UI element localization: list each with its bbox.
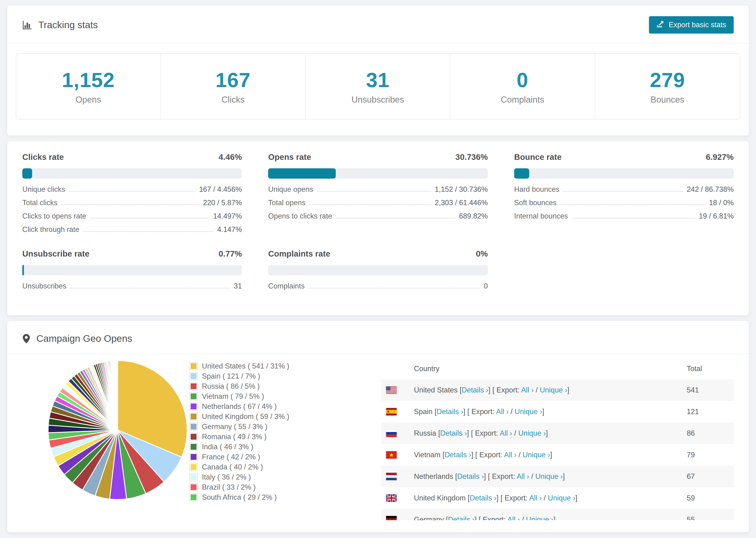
legend-label: France ( 42 / 2% )	[202, 453, 260, 461]
rate-metric-row: Total opens 2,303 / 61.446%	[268, 198, 488, 212]
legend-swatch	[189, 453, 198, 461]
export-all-link[interactable]: All ›	[504, 451, 516, 459]
tracking-stats-title-text: Tracking stats	[38, 20, 98, 30]
country-total: 121	[687, 407, 734, 416]
export-unique-link[interactable]: Unique ›	[535, 472, 563, 480]
legend-label: Italy ( 36 / 2% )	[202, 473, 251, 481]
stats-summary-row: 1,152 Opens 167 Clicks 31 Unsubscribes 0…	[16, 53, 740, 120]
export-all-link[interactable]: All ›	[517, 472, 529, 480]
dotted-leader	[561, 204, 705, 205]
dotted-leader	[70, 288, 230, 289]
rate-metric-label: Clicks to opens rate	[22, 212, 86, 220]
stat-label: Unsubscribes	[351, 95, 404, 105]
geo-title-text: Campaign Geo Opens	[36, 333, 132, 344]
legend-item: United States ( 541 / 31% )	[189, 361, 321, 371]
legend-item: Brazil ( 33 / 2% )	[189, 482, 321, 492]
dotted-leader	[572, 218, 695, 219]
rate-progress-track	[514, 168, 734, 179]
export-icon	[657, 20, 665, 30]
dotted-leader	[563, 191, 683, 192]
rate-title: Clicks rate	[22, 152, 64, 162]
country-flag-icon	[386, 451, 414, 459]
bar-chart-icon	[22, 20, 32, 30]
legend-label: Vietnam ( 79 / 5% )	[202, 392, 264, 401]
export-unique-link[interactable]: Unique ›	[518, 429, 546, 437]
country-cell: Netherlands [Details ›] [ Export: All › …	[414, 472, 687, 481]
export-unique-link[interactable]: Unique ›	[526, 515, 553, 520]
legend-item: Canada ( 40 / 2% )	[189, 462, 321, 472]
tracking-stats-title: Tracking stats	[22, 20, 98, 30]
legend-swatch	[189, 463, 198, 471]
rate-metric-label: Hard bounces	[514, 185, 560, 194]
country-cell: Vietnam [Details ›] [ Export: All › / Un…	[414, 451, 687, 459]
export-all-link[interactable]: All ›	[529, 494, 542, 502]
geo-header: Campaign Geo Opens	[7, 321, 749, 353]
export-all-link[interactable]: All ›	[496, 407, 509, 416]
geo-table-row: Vietnam [Details ›] [ Export: All › / Un…	[382, 444, 734, 466]
country-name: Russia	[414, 429, 436, 437]
legend-swatch	[189, 392, 198, 401]
rate-metric-row: Hard bounces 242 / 86.738%	[514, 185, 734, 198]
rate-metric-row: Internal bounces 19 / 6.81%	[514, 212, 734, 225]
country-cell: Germany [Details ›] [ Export: All › / Un…	[414, 515, 687, 520]
country-name: Germany	[414, 515, 444, 520]
legend-swatch	[189, 422, 198, 431]
stat-label: Opens	[76, 95, 101, 105]
legend-swatch	[189, 382, 198, 390]
rate-value: 0.77%	[219, 249, 242, 258]
details-link[interactable]: Details ›	[461, 386, 488, 394]
rate-metric-value: 220 / 5.87%	[203, 198, 242, 207]
export-all-link[interactable]: All ›	[521, 386, 534, 394]
details-link[interactable]: Details ›	[440, 429, 467, 437]
details-link[interactable]: Details ›	[470, 494, 497, 502]
export-unique-link[interactable]: Unique ›	[523, 451, 550, 459]
rate-block: Bounce rate 6.927% Hard bounces 242 / 86…	[514, 152, 734, 239]
export-all-link[interactable]: All ›	[507, 515, 520, 520]
rate-metric-row: Soft bounces 18 / 0%	[514, 198, 734, 212]
country-flag-icon	[386, 386, 414, 394]
rate-value: 30.736%	[455, 152, 488, 162]
rate-metric-row: Total clicks 220 / 5.87%	[22, 198, 242, 212]
details-link[interactable]: Details ›	[437, 407, 463, 416]
geo-table-total-header: Total	[687, 364, 734, 373]
country-name: Netherlands	[414, 472, 453, 480]
legend-item: Vietnam ( 79 / 5% )	[189, 391, 321, 402]
legend-swatch	[189, 402, 198, 410]
map-pin-icon	[22, 334, 30, 344]
export-button-label: Export basic stats	[669, 21, 726, 29]
geo-table-country-header: Country	[414, 364, 687, 373]
country-flag-icon	[386, 516, 414, 520]
details-link[interactable]: Details ›	[445, 451, 471, 459]
geo-pie-chart	[22, 358, 189, 503]
rate-metric-label: Unique clicks	[22, 185, 65, 194]
export-basic-stats-button[interactable]: Export basic stats	[649, 16, 734, 33]
country-name: United Kingdom	[414, 494, 466, 502]
geo-title: Campaign Geo Opens	[22, 333, 132, 344]
rate-metric-label: Internal bounces	[514, 212, 568, 220]
geo-legend: United States ( 541 / 31% ) Spain ( 121 …	[189, 361, 321, 502]
rate-metric-label: Opens to clicks rate	[268, 212, 332, 220]
legend-item: United Kingdom ( 59 / 3% )	[189, 411, 321, 422]
dotted-leader	[317, 191, 431, 192]
dotted-leader	[309, 204, 431, 205]
dotted-leader	[83, 231, 213, 232]
rate-metric-value: 689.82%	[459, 212, 488, 220]
country-cell: United Kingdom [Details ›] [ Export: All…	[414, 494, 687, 502]
stat-cell: 167 Clicks	[161, 54, 305, 119]
stat-cell: 31 Unsubscribes	[306, 54, 450, 119]
stat-value: 167	[216, 68, 251, 92]
rate-progress-track	[22, 168, 242, 179]
details-link[interactable]: Details ›	[448, 515, 475, 520]
export-unique-link[interactable]: Unique ›	[514, 407, 542, 416]
export-unique-link[interactable]: Unique ›	[540, 386, 567, 394]
country-cell: United States [Details ›] [ Export: All …	[414, 386, 687, 394]
pie-svg	[46, 358, 189, 502]
stat-label: Bounces	[651, 95, 684, 105]
export-unique-link[interactable]: Unique ›	[548, 494, 575, 502]
export-all-link[interactable]: All ›	[500, 429, 512, 437]
legend-label: Germany ( 55 / 3% )	[202, 422, 267, 431]
details-link[interactable]: Details ›	[457, 472, 484, 480]
rate-progress-fill	[22, 168, 32, 179]
country-total: 86	[687, 429, 734, 438]
rate-metric-value: 31	[234, 282, 242, 290]
